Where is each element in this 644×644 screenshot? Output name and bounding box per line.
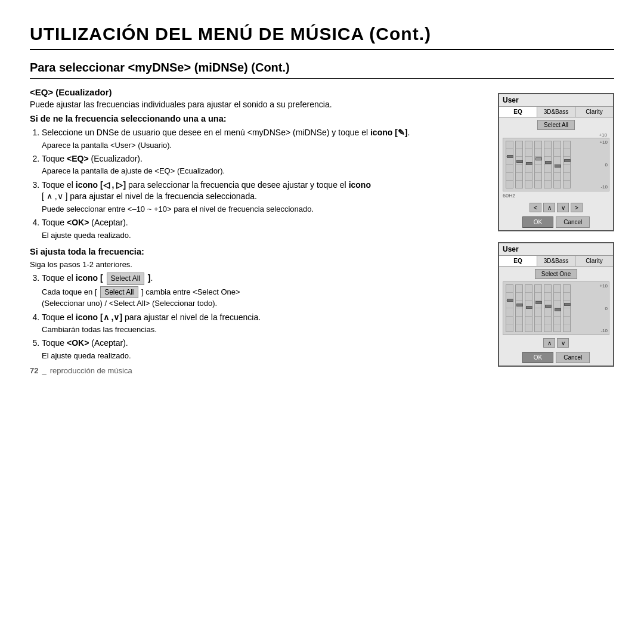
- panel-2-tab-eq[interactable]: EQ: [499, 256, 537, 266]
- panel-1-nav-right[interactable]: >: [571, 203, 583, 212]
- step-2-4-note: Cambiarán todas las frecuencias.: [42, 324, 486, 335]
- panel-2-title: User: [499, 243, 613, 256]
- panel-1-eq-area: +10 +10 0 -10: [499, 131, 613, 201]
- bar-p2-slider-5[interactable]: [545, 305, 552, 308]
- panel-2-nav-row: ∧ ∨: [499, 336, 613, 349]
- bar-slider-4[interactable]: [535, 157, 542, 160]
- step-heading-1: Si de ne la frecuencia seleccionando una…: [30, 114, 486, 123]
- bar-7[interactable]: [563, 141, 571, 188]
- bar-6[interactable]: [553, 141, 561, 188]
- bar-4[interactable]: [534, 141, 542, 188]
- panel-1-nav-row: < ∧ ∨ >: [499, 201, 613, 214]
- bar-1[interactable]: [506, 141, 513, 188]
- bar-p2-slider-6[interactable]: [555, 308, 561, 311]
- bar-slider-7[interactable]: [564, 159, 571, 162]
- bar-p2-slider-3[interactable]: [526, 306, 532, 309]
- step-1-2-text: Toque <EQ> (Ecualizador).: [42, 154, 143, 163]
- bar-p2-3[interactable]: [525, 284, 532, 332]
- step-heading-2b: Siga los pasos 1-2 anteriores.: [30, 260, 486, 269]
- panel-1-tab-clarity[interactable]: Clarity: [575, 107, 613, 117]
- panel-1-select-all-btn[interactable]: Select All: [537, 120, 575, 130]
- step-2-5-text: Toque <OK> (Aceptar).: [42, 338, 128, 348]
- panel-2-tab-3dbass[interactable]: 3D&Bass: [537, 256, 575, 266]
- panel-1-scale-label-mid: 0: [605, 162, 608, 168]
- page: UTILIZACIÓN DEL MENÚ DE MÚSICA (Cont.) P…: [0, 0, 644, 644]
- panel-2-tabs: EQ 3D&Bass Clarity: [499, 256, 613, 267]
- content-area: <EQ> (Ecualizador) Puede ajustar las fre…: [30, 87, 614, 626]
- footer-text: reproducción de música: [50, 366, 132, 375]
- bar-slider-3[interactable]: [526, 162, 532, 165]
- bar-5[interactable]: [544, 141, 552, 188]
- select-all-inline-btn[interactable]: Select All: [107, 273, 144, 285]
- step-1-4: Toque <OK> (Aceptar). El ajuste queda re…: [42, 217, 486, 241]
- step-heading-2: Si ajusta toda la frecuencia:: [30, 247, 486, 256]
- right-column: User EQ 3D&Bass Clarity Select All +10 +…: [498, 87, 614, 626]
- select-all-inline-btn2[interactable]: Select All: [100, 286, 138, 299]
- sub-title: Para seleccionar <myDNSe> (miDNSe) (Cont…: [30, 61, 614, 79]
- panel-2-scale-bot: -10: [600, 328, 608, 333]
- bar-p2-slider-1[interactable]: [507, 299, 513, 302]
- bar-p2-slider-4[interactable]: [535, 301, 542, 304]
- panel-1-tab-3dbass[interactable]: 3D&Bass: [537, 107, 575, 117]
- step-2-4-text: Toque el icono [∧ ,∨] para ajustar el ni…: [42, 312, 261, 322]
- bar-p2-5[interactable]: [544, 284, 552, 332]
- bar-p2-4[interactable]: [534, 284, 542, 332]
- panel-1-freq-label: 60Hz: [503, 191, 609, 200]
- panel-1-scale-top: +10: [503, 132, 609, 138]
- panel-2-tab-clarity[interactable]: Clarity: [575, 256, 613, 266]
- bar-p2-7[interactable]: [563, 284, 571, 332]
- panel-1-tab-eq[interactable]: EQ: [499, 107, 537, 117]
- steps-list-2: Toque el icono [ Select All ]. Cada toqu…: [30, 273, 486, 361]
- step-1-4-text: Toque <OK> (Aceptar).: [42, 218, 128, 227]
- panel-2-scale-top: +10: [599, 283, 608, 289]
- bar-3[interactable]: [525, 141, 532, 188]
- bar-slider-6[interactable]: [555, 165, 561, 168]
- panel-1-tabs: EQ 3D&Bass Clarity: [499, 107, 613, 117]
- bar-2[interactable]: [515, 141, 523, 188]
- step-1-2-note: Aparece la pantalla de ajuste de <EQ> (E…: [42, 166, 486, 177]
- panel-1-nav-left[interactable]: <: [530, 203, 541, 212]
- step-1-3-text: Toque el icono [◁ , ▷] para seleccionar …: [42, 180, 371, 202]
- text-column: <EQ> (Ecualizador) Puede ajustar las fre…: [30, 87, 498, 626]
- panel-2-ok-btn[interactable]: OK: [522, 352, 553, 363]
- panel-2-cancel-btn[interactable]: Cancel: [556, 352, 590, 363]
- panel-1-nav-up[interactable]: ∧: [543, 203, 555, 212]
- footer-underscore: _: [42, 366, 46, 375]
- panel-2-ok-row: OK Cancel: [499, 349, 613, 366]
- step-1-1: Seleccione un DNSe de usuario que desee …: [42, 127, 486, 151]
- step-2-3-text: Toque el icono [ Select All ].: [42, 273, 153, 283]
- eq-panel-2: User EQ 3D&Bass Clarity Select One +10 0…: [498, 242, 614, 367]
- panel-1-bars: +10 0 -10: [503, 138, 609, 191]
- bar-p2-2[interactable]: [515, 284, 523, 332]
- step-1-2: Toque <EQ> (Ecualizador). Aparece la pan…: [42, 153, 486, 177]
- panel-2-nav-down[interactable]: ∨: [557, 338, 569, 348]
- panel-2-scale-mid: 0: [605, 306, 608, 311]
- bar-slider-2[interactable]: [516, 160, 523, 163]
- panel-2-select-one-btn[interactable]: Select One: [535, 269, 577, 279]
- panel-1-nav-down[interactable]: ∨: [557, 203, 569, 212]
- bar-p2-slider-2[interactable]: [516, 304, 523, 306]
- bar-p2-1[interactable]: [506, 284, 513, 332]
- step-2-4: Toque el icono [∧ ,∨] para ajustar el ni…: [42, 312, 486, 336]
- step-1-1-note: Aparece la pantalla <User> (Usuario).: [42, 140, 486, 151]
- bar-p2-slider-7[interactable]: [564, 303, 571, 306]
- eq-desc: Puede ajustar las frecuencias individual…: [30, 100, 486, 109]
- panel-1-ok-btn[interactable]: OK: [522, 216, 553, 228]
- bar-p2-6[interactable]: [553, 284, 561, 332]
- bar-slider-1[interactable]: [507, 155, 513, 158]
- step-2-3-note: Cada toque en [ Select All ] cambia entr…: [42, 286, 486, 309]
- eq-panel-1: User EQ 3D&Bass Clarity Select All +10 +…: [498, 93, 614, 231]
- panel-2-bars: +10 0 -10: [503, 281, 609, 335]
- step-2-5-note: El ajuste queda realizado.: [42, 351, 486, 361]
- steps-list-1: Seleccione un DNSe de usuario que desee …: [30, 127, 486, 241]
- main-title: UTILIZACIÓN DEL MENÚ DE MÚSICA (Cont.): [30, 24, 614, 50]
- panel-2-nav-up[interactable]: ∧: [543, 338, 555, 348]
- panel-1-cancel-btn[interactable]: Cancel: [556, 216, 590, 228]
- eq-heading: <EQ> (Ecualizador): [30, 87, 486, 97]
- bar-slider-5[interactable]: [545, 161, 552, 164]
- panel-1-scale-label-bot: -10: [600, 184, 608, 190]
- panel-2-eq-area: +10 0 -10: [499, 280, 613, 336]
- step-2-5: Toque <OK> (Aceptar). El ajuste queda re…: [42, 338, 486, 361]
- step-1-3: Toque el icono [◁ , ▷] para seleccionar …: [42, 179, 486, 215]
- panel-1-ok-row: OK Cancel: [499, 214, 613, 230]
